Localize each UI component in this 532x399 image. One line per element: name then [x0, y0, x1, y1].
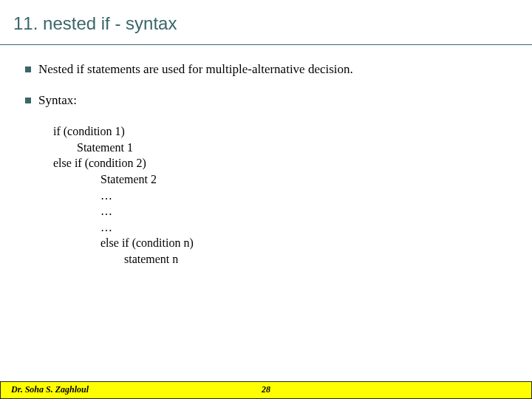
syntax-line: …	[53, 203, 532, 219]
bullet-text: Syntax:	[38, 92, 77, 109]
syntax-line: if (condition 1)	[53, 123, 532, 140]
syntax-line: else if (condition 2)	[53, 155, 532, 171]
syntax-line: statement n	[53, 251, 532, 267]
bullet-item-1: Nested if statements are used for multip…	[25, 61, 532, 78]
title-divider	[0, 44, 532, 45]
page-number: 28	[262, 384, 270, 395]
syntax-line: else if (condition n)	[53, 235, 532, 251]
bullet-text: Nested if statements are used for multip…	[38, 61, 353, 78]
syntax-line: …	[53, 188, 532, 204]
syntax-line: Statement 2	[53, 171, 532, 188]
slide-title: 11. nested if - syntax	[0, 0, 532, 44]
syntax-block: if (condition 1) Statement 1 else if (co…	[0, 123, 532, 267]
square-bullet-icon	[25, 66, 31, 72]
footer-bar: Dr. Soha S. Zaghloul 28	[0, 381, 532, 399]
syntax-line: …	[53, 219, 532, 236]
bullet-list: Nested if statements are used for multip…	[0, 61, 532, 109]
author-name: Dr. Soha S. Zaghloul	[11, 384, 89, 395]
square-bullet-icon	[25, 98, 31, 103]
bullet-item-2: Syntax:	[25, 92, 532, 109]
syntax-line: Statement 1	[53, 140, 532, 156]
